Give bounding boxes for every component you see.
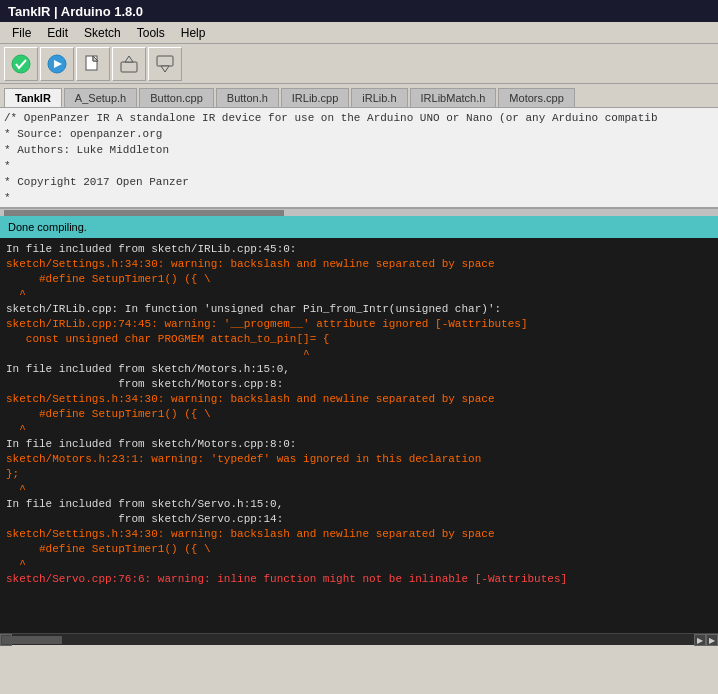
svg-marker-8 [161,66,169,72]
code-line: /* OpenPanzer IR A standalone IR device … [4,110,714,126]
upload-button[interactable] [40,47,74,81]
code-line: * Copyright 2017 Open Panzer [4,174,714,190]
menu-item-edit[interactable]: Edit [39,24,76,42]
menu-item-tools[interactable]: Tools [129,24,173,42]
console-line: #define SetupTimer1() ({ \ [6,542,712,557]
console-line: ^ [6,347,712,362]
save-button[interactable] [148,47,182,81]
svg-marker-6 [125,56,133,62]
console-line: sketch/Motors.h:23:1: warning: 'typedef'… [6,452,712,467]
console-line: sketch/IRLib.cpp:74:45: warning: '__prog… [6,317,712,332]
tab-irlib-h[interactable]: iRLib.h [351,88,407,107]
menu-bar: FileEditSketchToolsHelp [0,22,718,44]
tab-irlib-cpp[interactable]: IRLib.cpp [281,88,349,107]
console-line: ^ [6,557,712,572]
tab-tankir[interactable]: TankIR [4,88,62,107]
title-bar: TankIR | Arduino 1.8.0 [0,0,718,22]
title-text: TankIR | Arduino 1.8.0 [8,4,143,19]
scroll-right2-btn[interactable]: ▶ [706,634,718,646]
tab-button-cpp[interactable]: Button.cpp [139,88,214,107]
tabs: TankIRA_Setup.hButton.cppButton.hIRLib.c… [0,84,718,108]
console-line: const unsigned char PROGMEM attach_to_pi… [6,332,712,347]
console-line: ^ [6,422,712,437]
console-line: In file included from sketch/Servo.h:15:… [6,497,712,512]
console-line: #define SetupTimer1() ({ \ [6,407,712,422]
svg-rect-5 [121,62,137,72]
console-line: ^ [6,482,712,497]
open-button[interactable] [112,47,146,81]
code-line: * [4,190,714,206]
status-text: Done compiling. [8,221,87,233]
console-line: from sketch/Servo.cpp:14: [6,512,712,527]
tab-motors-cpp[interactable]: Motors.cpp [498,88,574,107]
menu-item-help[interactable]: Help [173,24,214,42]
editor-scrollbar-thumb[interactable] [4,210,284,216]
console-line: #define SetupTimer1() ({ \ [6,272,712,287]
svg-rect-7 [157,56,173,66]
console-line: sketch/Settings.h:34:30: warning: backsl… [6,527,712,542]
console-output: In file included from sketch/IRLib.cpp:4… [0,238,718,633]
editor-scrollbar[interactable] [0,208,718,216]
tab-a_setup-h[interactable]: A_Setup.h [64,88,137,107]
svg-point-0 [12,55,30,73]
scrollbar-thumb[interactable] [2,636,62,644]
code-line: * Source: openpanzer.org [4,126,714,142]
code-line: * [4,158,714,174]
verify-button[interactable] [4,47,38,81]
console-line: In file included from sketch/Motors.cpp:… [6,437,712,452]
console-line: sketch/IRLib.cpp: In function 'unsigned … [6,302,712,317]
console-line: ^ [6,287,712,302]
tab-irlibmatch-h[interactable]: IRLibMatch.h [410,88,497,107]
bottom-scrollbar[interactable]: ◀ ▶ ▶ [0,633,718,645]
menu-item-sketch[interactable]: Sketch [76,24,129,42]
console-line: sketch/Servo.cpp:76:6: warning: inline f… [6,572,712,587]
status-bar: Done compiling. [0,216,718,238]
scroll-right-btn[interactable]: ▶ [694,634,706,646]
menu-item-file[interactable]: File [4,24,39,42]
console-line: sketch/Settings.h:34:30: warning: backsl… [6,392,712,407]
console-line: from sketch/Motors.cpp:8: [6,377,712,392]
code-line: * Authors: Luke Middleton [4,142,714,158]
toolbar [0,44,718,84]
console-line: }; [6,467,712,482]
console-line: In file included from sketch/IRLib.cpp:4… [6,242,712,257]
console-line: In file included from sketch/Motors.h:15… [6,362,712,377]
tab-button-h[interactable]: Button.h [216,88,279,107]
console-line: sketch/Settings.h:34:30: warning: backsl… [6,257,712,272]
new-button[interactable] [76,47,110,81]
editor[interactable]: /* OpenPanzer IR A standalone IR device … [0,108,718,208]
